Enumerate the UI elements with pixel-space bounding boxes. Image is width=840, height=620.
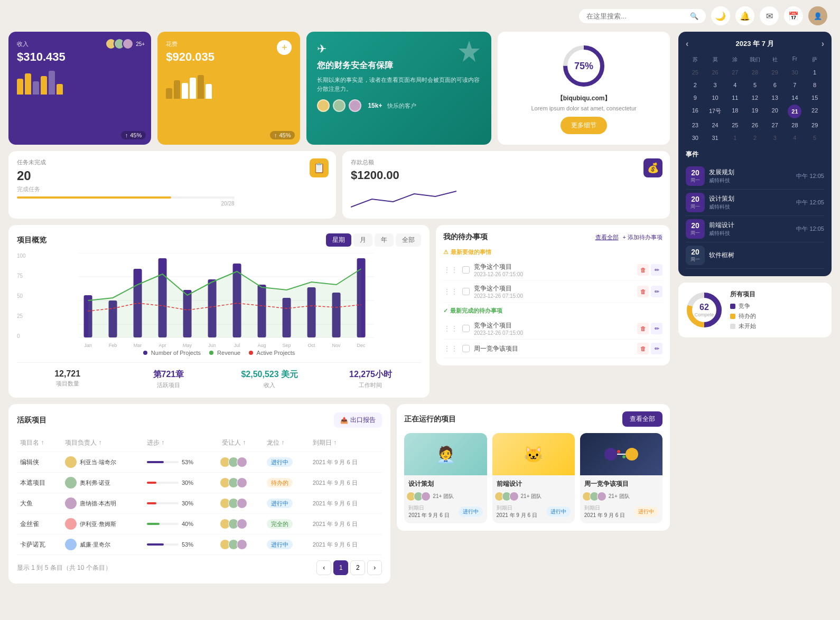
cell-owner: 伊利亚·詹姆斯	[62, 514, 144, 534]
cal-day[interactable]: 15	[805, 92, 824, 104]
cal-day[interactable]: 25	[725, 119, 744, 131]
expense-add-button[interactable]: +	[277, 40, 292, 55]
cal-day[interactable]: 3	[706, 79, 725, 91]
event-item-0[interactable]: 20 周一 发展规划 威特科技 中午 12:05	[686, 163, 824, 190]
cal-day[interactable]: 3	[766, 132, 785, 144]
todo-view-all[interactable]: 查看全部	[595, 233, 619, 241]
cal-day[interactable]: 13	[766, 92, 785, 104]
cal-day[interactable]: 23	[686, 119, 705, 131]
col-owner[interactable]: 项目负责人 ↑	[62, 434, 144, 452]
svg-point-36	[617, 450, 620, 453]
cal-day[interactable]: 2	[686, 79, 705, 91]
col-assignee[interactable]: 受让人 ↑	[219, 434, 264, 452]
todo-delete-button[interactable]: 🗑	[637, 343, 649, 354]
prev-page-button[interactable]: ‹	[316, 560, 331, 575]
cal-day[interactable]: 4	[725, 79, 744, 91]
cal-day[interactable]: 5	[805, 132, 824, 144]
drag-handle[interactable]: ⋮⋮	[443, 324, 458, 333]
chart-container: 100 75 50 25 0	[17, 253, 421, 350]
proj-card-compete[interactable]: 周一竞争该项目 21+ 团队	[580, 433, 662, 523]
cal-day[interactable]: 16	[686, 105, 705, 118]
cal-day[interactable]: 30	[786, 67, 805, 78]
proj-card-design[interactable]: 🧑‍💼 设计策划 21+ 团队	[404, 433, 487, 523]
cal-day[interactable]: 12	[745, 92, 764, 104]
todo-checkbox[interactable]	[462, 325, 470, 332]
cal-day[interactable]: 25	[686, 67, 705, 78]
col-status[interactable]: 龙位 ↑	[264, 434, 310, 452]
tab-all[interactable]: 全部	[396, 233, 421, 247]
cal-day[interactable]: 1	[805, 67, 824, 78]
tab-year[interactable]: 年	[375, 233, 394, 247]
cal-day[interactable]: 2	[745, 132, 764, 144]
cal-day[interactable]: 17号	[706, 105, 725, 118]
cal-day[interactable]: 20	[766, 105, 785, 118]
col-name[interactable]: 项目名 ↑	[17, 434, 62, 452]
event-item-3[interactable]: 20 周一 软件框树	[686, 242, 824, 269]
proj-card-front[interactable]: 🐱 前端设计 21+ 团队	[492, 433, 575, 523]
drag-handle[interactable]: ⋮⋮	[443, 344, 458, 353]
drag-handle[interactable]: ⋮⋮	[443, 287, 458, 296]
cal-day[interactable]: 26	[706, 67, 725, 78]
cal-day[interactable]: 8	[805, 79, 824, 91]
mail-button[interactable]: ✉	[760, 6, 779, 25]
cal-day[interactable]: 27	[766, 119, 785, 131]
export-button[interactable]: 📤 出口报告	[334, 412, 382, 428]
cal-day[interactable]: 11	[725, 92, 744, 104]
todo-add-link[interactable]: + 添加待办事项	[623, 233, 662, 241]
tab-week[interactable]: 星期	[326, 233, 351, 247]
todo-edit-button[interactable]: ✏	[651, 323, 662, 334]
more-details-button[interactable]: 更多细节	[561, 117, 607, 134]
small-stat-row: 📋 任务未完成 20 完成任务 20/28 💰 存款总额 $1200.00	[8, 151, 670, 219]
cal-next-button[interactable]: ›	[822, 39, 824, 49]
user-avatar[interactable]: 👤	[808, 6, 827, 25]
proj-thumb-front: 🐱	[492, 433, 575, 475]
tab-month[interactable]: 月	[353, 233, 372, 247]
cal-prev-button[interactable]: ‹	[686, 39, 688, 49]
cal-day[interactable]: 28	[786, 119, 805, 131]
todo-edit-button[interactable]: ✏	[651, 343, 662, 354]
cal-day[interactable]: 31	[706, 132, 725, 144]
cal-day[interactable]: 5	[745, 79, 764, 91]
cal-day[interactable]: 4	[786, 132, 805, 144]
cal-day[interactable]: 9	[686, 92, 705, 104]
cal-day[interactable]: 29	[766, 67, 785, 78]
cal-today[interactable]: 21	[788, 105, 801, 118]
cal-day[interactable]: 1	[725, 132, 744, 144]
drag-handle[interactable]: ⋮⋮	[443, 266, 458, 274]
cal-day[interactable]: 14	[786, 92, 805, 104]
event-item-1[interactable]: 20 周一 设计策划 威特科技 中午 12:05	[686, 190, 824, 216]
cal-day[interactable]: 24	[706, 119, 725, 131]
search-input[interactable]	[586, 12, 686, 20]
col-progress[interactable]: 进步 ↑	[144, 434, 219, 452]
dark-mode-button[interactable]: 🌙	[711, 6, 730, 25]
cal-day[interactable]: 6	[766, 79, 785, 91]
cal-day[interactable]: 26	[745, 119, 764, 131]
cal-day[interactable]: 29	[805, 119, 824, 131]
cal-day[interactable]: 28	[745, 67, 764, 78]
cal-day[interactable]: 18	[725, 105, 744, 118]
cal-day[interactable]: 27	[725, 67, 744, 78]
todo-delete-button[interactable]: 🗑	[637, 264, 649, 276]
view-all-button[interactable]: 查看全部	[622, 411, 662, 427]
page-2-button[interactable]: 2	[350, 560, 365, 575]
todo-edit-button[interactable]: ✏	[651, 286, 662, 297]
todo-delete-button[interactable]: 🗑	[637, 286, 649, 297]
calendar-button[interactable]: 📅	[784, 6, 803, 25]
todo-edit-button[interactable]: ✏	[651, 264, 662, 276]
search-box[interactable]: 🔍	[579, 9, 706, 23]
page-1-button[interactable]: 1	[333, 560, 348, 575]
legend-label-compete: 竞争	[739, 302, 750, 310]
cal-day[interactable]: 7	[786, 79, 805, 91]
todo-checkbox[interactable]	[462, 288, 470, 295]
cal-day[interactable]: 19	[745, 105, 764, 118]
notification-button[interactable]: 🔔	[735, 6, 754, 25]
cal-day[interactable]: 10	[706, 92, 725, 104]
col-due[interactable]: 到期日 ↑	[310, 434, 382, 452]
todo-checkbox[interactable]	[462, 345, 470, 352]
cal-day[interactable]: 22	[805, 105, 824, 118]
todo-checkbox[interactable]	[462, 266, 470, 274]
cal-day[interactable]: 30	[686, 132, 705, 144]
next-page-button[interactable]: ›	[367, 560, 382, 575]
todo-delete-button[interactable]: 🗑	[637, 323, 649, 334]
event-item-2[interactable]: 20 周一 前端设计 威特科技 中午 12:05	[686, 216, 824, 242]
